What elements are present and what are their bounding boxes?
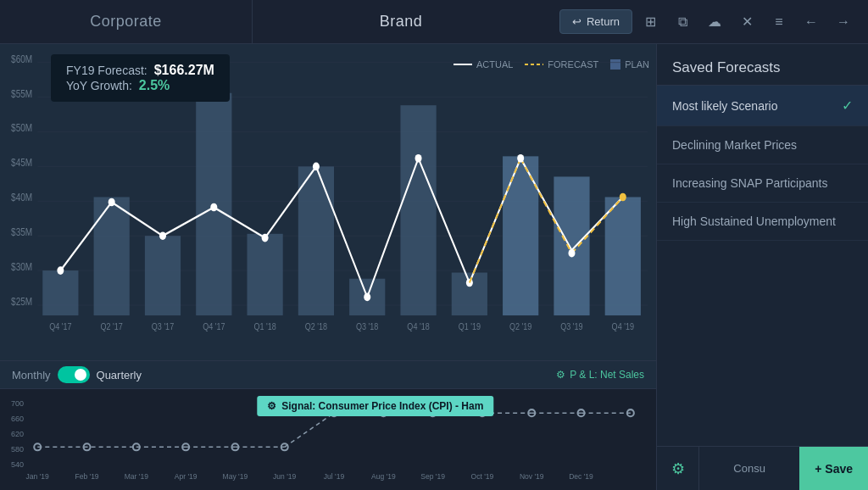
- svg-text:Q4 '18: Q4 '18: [407, 321, 430, 331]
- svg-text:580: 580: [11, 445, 24, 454]
- yoy-label: YoY Growth:: [66, 79, 132, 92]
- svg-rect-22: [298, 166, 334, 315]
- svg-text:Feb '19: Feb '19: [75, 472, 98, 481]
- svg-text:540: 540: [11, 460, 24, 469]
- svg-text:$35M: $35M: [11, 226, 32, 237]
- pnl-label[interactable]: ⚙ P & L: Net Sales: [556, 369, 644, 381]
- svg-point-34: [313, 163, 320, 171]
- cloud-icon-btn[interactable]: ☁: [700, 8, 729, 36]
- svg-point-36: [415, 154, 422, 163]
- sidebar-item-label: Declining Market Prices: [672, 138, 797, 152]
- signal-area: ⚙ Signal: Consumer Price Index (CPI) - H…: [0, 388, 656, 490]
- menu-icon-btn[interactable]: ≡: [765, 8, 793, 36]
- svg-rect-19: [145, 236, 181, 315]
- svg-text:May '19: May '19: [223, 472, 248, 481]
- sidebar-gear-button[interactable]: ⚙: [657, 447, 699, 490]
- svg-text:Q1 '18: Q1 '18: [253, 321, 276, 331]
- checkmark-icon: ✓: [842, 97, 853, 114]
- sidebar-list: Most likely Scenario ✓ Declining Market …: [657, 86, 868, 446]
- sidebar-bottom: ⚙ Consu + Save: [657, 446, 868, 490]
- svg-point-33: [262, 234, 269, 242]
- svg-text:$25M: $25M: [11, 296, 32, 307]
- svg-rect-28: [605, 197, 641, 315]
- return-button[interactable]: ↩ Return: [559, 9, 632, 34]
- svg-text:Q2 '18: Q2 '18: [305, 321, 328, 331]
- table-icon-btn[interactable]: ⊞: [636, 8, 665, 36]
- forward-icon-btn[interactable]: →: [829, 8, 858, 36]
- signal-gear-icon: ⚙: [267, 400, 276, 412]
- nav-corporate[interactable]: Corporate: [0, 0, 253, 43]
- forecast-box: FY19 Forecast: $166.27M YoY Growth: 2.5%: [51, 54, 230, 102]
- signal-tooltip-text: Signal: Consumer Price Index (CPI) - Ham: [281, 400, 483, 412]
- toggle-thumb: [75, 369, 86, 381]
- nav-brand: Brand: [253, 0, 549, 43]
- svg-text:Q4 '17: Q4 '17: [203, 321, 225, 331]
- sidebar-item-snap[interactable]: Increasing SNAP Participants: [657, 164, 868, 203]
- svg-text:Q3 '18: Q3 '18: [356, 321, 379, 331]
- chart-icon-btn[interactable]: ⧉: [668, 8, 697, 36]
- forecast-fy-row: FY19 Forecast: $166.27M: [66, 63, 214, 78]
- svg-rect-27: [554, 176, 589, 315]
- fy-label: FY19 Forecast:: [66, 64, 147, 77]
- svg-text:Sep '19: Sep '19: [420, 472, 445, 481]
- top-nav: Corporate Brand ↩ Return ⊞ ⧉ ☁ ✕ ≡ ← →: [0, 0, 868, 44]
- svg-rect-24: [400, 105, 436, 315]
- svg-text:Q2 '19: Q2 '19: [509, 321, 532, 331]
- forecast-yoy-row: YoY Growth: 2.5%: [66, 78, 214, 93]
- svg-text:Nov '19: Nov '19: [520, 472, 544, 481]
- svg-rect-21: [248, 234, 283, 315]
- svg-text:Q4 '17: Q4 '17: [49, 321, 72, 331]
- yoy-value: 2.5%: [139, 78, 170, 93]
- svg-point-42: [568, 249, 575, 258]
- return-icon: ↩: [572, 15, 581, 28]
- svg-text:$40M: $40M: [11, 192, 32, 203]
- sidebar-item-label: Increasing SNAP Participants: [672, 176, 827, 190]
- view-toggle: Monthly Quarterly: [12, 366, 142, 383]
- gear-icon: ⚙: [671, 459, 685, 478]
- svg-rect-18: [94, 197, 130, 315]
- toggle-switch[interactable]: [58, 366, 90, 383]
- pnl-text: P & L: Net Sales: [570, 369, 644, 381]
- svg-text:Mar '19: Mar '19: [125, 472, 148, 481]
- sidebar-title: Saved Forecasts: [657, 44, 868, 86]
- svg-text:Q3 '19: Q3 '19: [560, 321, 583, 331]
- svg-text:Q1 '19: Q1 '19: [459, 321, 481, 331]
- sidebar-item-most-likely[interactable]: Most likely Scenario ✓: [657, 86, 868, 126]
- svg-text:$45M: $45M: [11, 158, 32, 169]
- svg-text:Q3 '17: Q3 '17: [152, 321, 175, 331]
- sidebar: Saved Forecasts Most likely Scenario ✓ D…: [656, 44, 868, 490]
- nav-actions: ↩ Return ⊞ ⧉ ☁ ✕ ≡ ← →: [549, 0, 868, 43]
- svg-point-35: [364, 293, 370, 302]
- svg-text:Oct '19: Oct '19: [471, 472, 494, 481]
- svg-point-29: [57, 266, 64, 275]
- cross-icon-btn[interactable]: ✕: [732, 8, 761, 36]
- svg-text:Q4 '19: Q4 '19: [612, 321, 635, 331]
- svg-point-41: [517, 154, 524, 163]
- svg-text:620: 620: [11, 430, 24, 438]
- svg-text:700: 700: [11, 399, 24, 408]
- sidebar-item-label: Most likely Scenario: [672, 99, 778, 113]
- svg-line-65: [285, 413, 334, 447]
- svg-text:660: 660: [11, 415, 24, 423]
- svg-text:Aug '19: Aug '19: [371, 472, 396, 481]
- svg-text:$30M: $30M: [11, 261, 32, 272]
- svg-rect-17: [42, 270, 78, 315]
- svg-text:Dec '19: Dec '19: [569, 472, 593, 481]
- sidebar-item-label: High Sustained Unemployment: [672, 214, 836, 228]
- svg-point-32: [210, 203, 217, 212]
- save-button[interactable]: + Save: [799, 447, 868, 490]
- sidebar-bottom-label: Consu: [699, 462, 799, 475]
- svg-text:Jul '19: Jul '19: [324, 472, 345, 481]
- sidebar-item-unemployment[interactable]: High Sustained Unemployment: [657, 203, 868, 241]
- sidebar-item-declining[interactable]: Declining Market Prices: [657, 126, 868, 164]
- monthly-label: Monthly: [12, 369, 51, 381]
- chart-area: FY19 Forecast: $166.27M YoY Growth: 2.5%…: [0, 44, 656, 490]
- main-layout: FY19 Forecast: $166.27M YoY Growth: 2.5%…: [0, 44, 868, 490]
- svg-point-30: [108, 198, 115, 207]
- back-icon-btn[interactable]: ←: [797, 8, 826, 36]
- svg-text:Apr '19: Apr '19: [175, 472, 198, 481]
- chart-bottom-controls: Monthly Quarterly ⚙ P & L: Net Sales: [0, 360, 656, 388]
- quarterly-label: Quarterly: [97, 369, 142, 381]
- svg-text:Jan '19: Jan '19: [26, 472, 49, 481]
- svg-text:$50M: $50M: [11, 123, 32, 134]
